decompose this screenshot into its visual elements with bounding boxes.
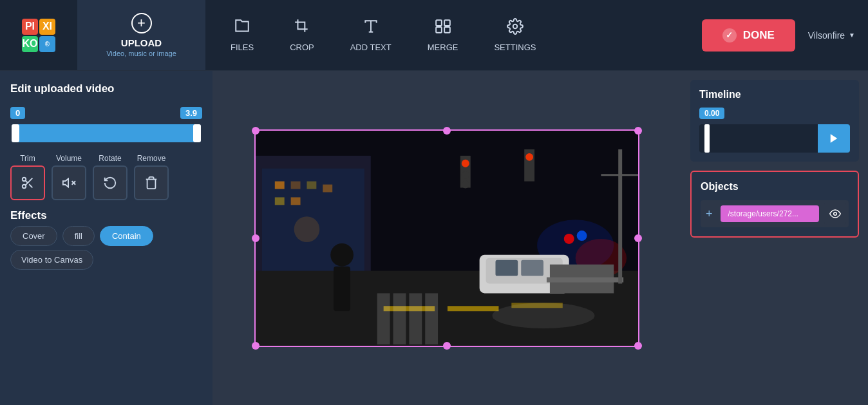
- svg-point-43: [525, 153, 533, 160]
- svg-point-50: [564, 234, 574, 244]
- timeline-title: Timeline: [699, 89, 850, 100]
- video-frame: [256, 131, 638, 346]
- left-panel-title: Edit uploaded video: [10, 82, 202, 95]
- svg-line-9: [25, 180, 28, 183]
- trim-labels: 0 3.9: [10, 107, 202, 119]
- svg-point-49: [294, 216, 320, 242]
- nav-crop-label: CROP: [290, 42, 314, 52]
- effect-cover-button[interactable]: Cover: [10, 226, 57, 246]
- timeline-box: Timeline 0.00: [690, 80, 859, 162]
- nav-item-crop[interactable]: CROP: [272, 0, 332, 70]
- svg-point-51: [577, 231, 587, 241]
- handle-mid-left[interactable]: [252, 234, 259, 242]
- tools-row: Trim Volume: [10, 154, 202, 200]
- logo-area: PI XI KO ®: [0, 0, 77, 70]
- logo-ko: KO: [22, 36, 38, 52]
- svg-rect-35: [521, 259, 543, 276]
- user-name: Vilsonfire: [808, 30, 845, 41]
- trash-icon: [144, 176, 158, 190]
- timeline-play-button[interactable]: [818, 124, 850, 153]
- upload-sub-label: Video, music or image: [106, 50, 176, 57]
- files-icon: [234, 18, 250, 39]
- volume-button[interactable]: [52, 165, 86, 200]
- trim-button[interactable]: [10, 165, 45, 200]
- handle-top-mid[interactable]: [443, 127, 451, 135]
- video-wrapper[interactable]: [254, 129, 639, 347]
- timeline-track: [699, 124, 850, 153]
- objects-title: Objects: [701, 181, 849, 193]
- handle-bottom-mid[interactable]: [443, 342, 451, 350]
- logo-pi: PI: [22, 19, 38, 35]
- svg-rect-19: [291, 197, 301, 205]
- main-content: Edit uploaded video 0 3.9 Trim: [0, 71, 868, 405]
- nav-settings-label: SETTINGS: [494, 42, 536, 52]
- svg-point-40: [462, 171, 469, 178]
- upload-label: UPLOAD: [121, 37, 162, 48]
- effects-section: Effects Cover fill Contain Video to Canv…: [10, 209, 202, 270]
- effects-buttons: Cover fill Contain: [10, 226, 202, 246]
- scissors-icon: [21, 176, 35, 190]
- svg-rect-17: [291, 181, 301, 189]
- svg-rect-45: [334, 266, 350, 311]
- svg-point-53: [834, 212, 837, 216]
- merge-icon: [435, 18, 451, 39]
- done-button[interactable]: ✓ DONE: [702, 19, 795, 52]
- nav-item-settings[interactable]: SETTINGS: [476, 0, 554, 70]
- svg-marker-10: [63, 179, 68, 187]
- svg-rect-21: [323, 184, 332, 192]
- svg-point-5: [23, 178, 26, 182]
- play-icon: [828, 133, 840, 144]
- tool-rotate-label: Rotate: [99, 154, 121, 163]
- svg-marker-52: [831, 134, 838, 143]
- trim-start-badge: 0: [10, 107, 25, 119]
- effects-title: Effects: [10, 209, 202, 222]
- handle-bottom-right[interactable]: [634, 342, 642, 350]
- handle-bottom-left[interactable]: [252, 342, 259, 350]
- effect-contain-button[interactable]: Contain: [100, 226, 153, 246]
- trim-end-badge: 3.9: [180, 107, 202, 119]
- handle-mid-right[interactable]: [634, 234, 642, 242]
- svg-point-44: [330, 243, 354, 266]
- video-to-canvas-button[interactable]: Video to Canvas: [10, 250, 93, 270]
- handle-top-left[interactable]: [252, 127, 259, 135]
- topnav: PI XI KO ® + UPLOAD Video, music or imag…: [0, 0, 868, 71]
- nav-item-add-text[interactable]: ADD TEXT: [332, 0, 410, 70]
- svg-rect-2: [436, 27, 442, 33]
- logo-icon: PI XI KO ®: [22, 19, 55, 52]
- trim-handle-left[interactable]: [12, 124, 19, 142]
- trim-handle-right[interactable]: [193, 124, 201, 142]
- object-visibility-button[interactable]: [824, 203, 846, 225]
- svg-rect-0: [436, 20, 442, 26]
- rotate-icon: [103, 176, 117, 190]
- volume-icon: [62, 176, 76, 190]
- crop-icon: [294, 18, 310, 39]
- rotate-button[interactable]: [93, 165, 127, 200]
- logo-dot: ®: [39, 36, 55, 52]
- objects-box: Objects + /storage/users/272...: [690, 171, 859, 238]
- nav-item-merge[interactable]: MERGE: [410, 0, 476, 70]
- svg-rect-37: [547, 277, 623, 282]
- trim-track[interactable]: [12, 124, 201, 142]
- left-panel: Edit uploaded video 0 3.9 Trim: [0, 71, 212, 405]
- user-menu[interactable]: Vilsonfire ▼: [808, 30, 855, 41]
- trim-section: 0 3.9: [10, 107, 202, 142]
- upload-plus-icon: +: [131, 13, 152, 33]
- svg-rect-18: [275, 197, 285, 205]
- svg-rect-26: [377, 293, 390, 344]
- nav-item-files[interactable]: FILES: [212, 0, 272, 70]
- svg-rect-34: [495, 259, 518, 276]
- handle-top-right[interactable]: [634, 127, 642, 135]
- add-text-icon: [363, 18, 379, 39]
- right-panel: Timeline 0.00 Objects + /storage/users/2…: [681, 71, 868, 405]
- tool-rotate: Rotate: [93, 154, 127, 200]
- svg-rect-28: [409, 293, 422, 344]
- svg-point-4: [513, 24, 518, 29]
- settings-icon: [507, 18, 524, 39]
- effect-fill-button[interactable]: fill: [62, 226, 95, 246]
- timeline-playhead[interactable]: [704, 124, 710, 153]
- svg-rect-27: [393, 293, 406, 344]
- remove-button[interactable]: [134, 165, 169, 200]
- upload-button[interactable]: + UPLOAD Video, music or image: [77, 0, 206, 70]
- timeline-time-badge: 0.00: [699, 108, 724, 119]
- done-checkmark-icon: ✓: [722, 28, 737, 42]
